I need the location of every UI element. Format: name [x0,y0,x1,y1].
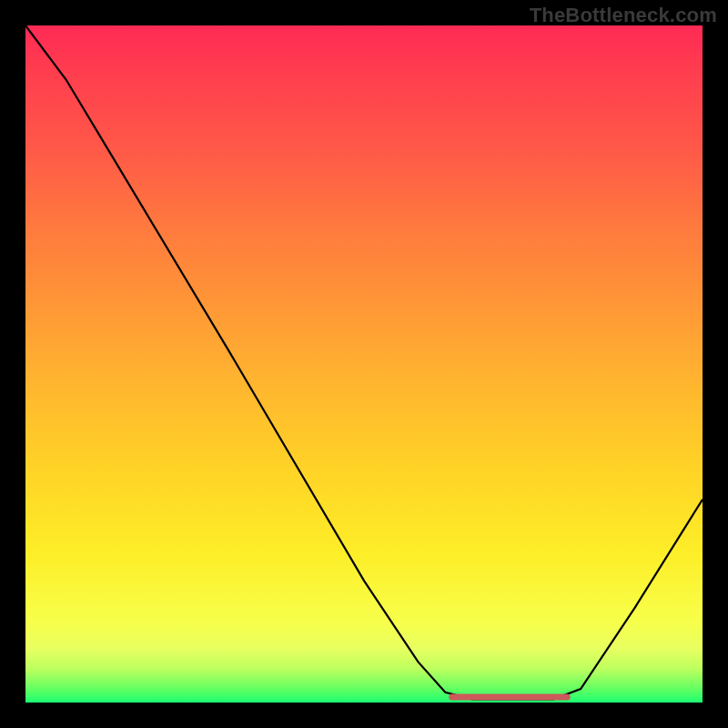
watermark-text: TheBottleneck.com [530,4,717,27]
bottleneck-curve [25,25,703,699]
chart-frame: TheBottleneck.com [0,0,728,728]
curve-svg [25,25,703,703]
plot-area [25,25,703,703]
